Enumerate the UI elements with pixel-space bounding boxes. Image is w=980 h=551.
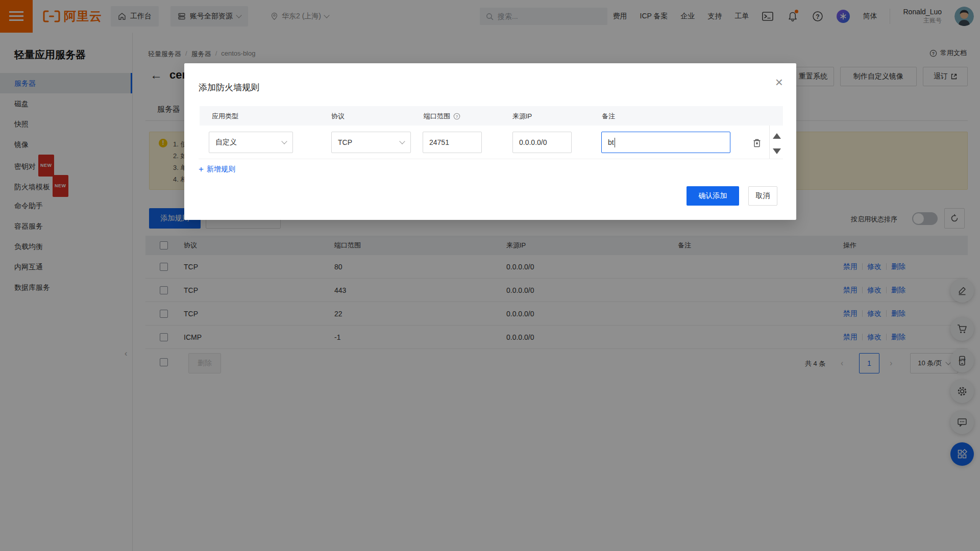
delete-row-trash-icon[interactable] — [751, 136, 763, 148]
protocol-select[interactable]: TCP — [331, 132, 411, 153]
svg-text:?: ? — [456, 114, 458, 119]
close-icon[interactable]: × — [775, 76, 783, 89]
add-firewall-rule-dialog: 添加防火墙规则 × 应用类型 协议 端口范围 ? 来源IP 备注 自定义 TCP… — [184, 63, 796, 220]
divider — [199, 159, 783, 159]
chevron-down-icon — [399, 138, 405, 144]
chevron-down-icon — [281, 138, 287, 144]
dialog-title: 添加防火墙规则 — [199, 82, 259, 93]
divider — [769, 126, 770, 159]
add-new-rule-link[interactable]: + 新增规则 — [199, 164, 235, 174]
port-help-icon[interactable]: ? — [453, 113, 460, 120]
label-app-type: 应用类型 — [212, 112, 238, 121]
text-cursor — [615, 138, 616, 147]
cancel-button[interactable]: 取消 — [748, 186, 777, 206]
move-rule-up-icon[interactable] — [773, 133, 781, 139]
remark-input[interactable]: bt — [601, 132, 730, 153]
plus-icon: + — [199, 164, 204, 174]
source-ip-input[interactable] — [512, 132, 572, 153]
move-rule-down-icon[interactable] — [773, 148, 781, 154]
label-protocol: 协议 — [331, 112, 345, 121]
port-range-input[interactable] — [423, 132, 482, 153]
label-remark: 备注 — [602, 112, 615, 121]
confirm-add-button[interactable]: 确认添加 — [687, 186, 739, 206]
dialog-form-header: 应用类型 协议 端口范围 ? 来源IP 备注 — [200, 106, 783, 126]
app-type-select[interactable]: 自定义 — [209, 132, 293, 153]
label-source-ip: 来源IP — [512, 112, 532, 121]
label-port-range: 端口范围 ? — [424, 112, 460, 121]
